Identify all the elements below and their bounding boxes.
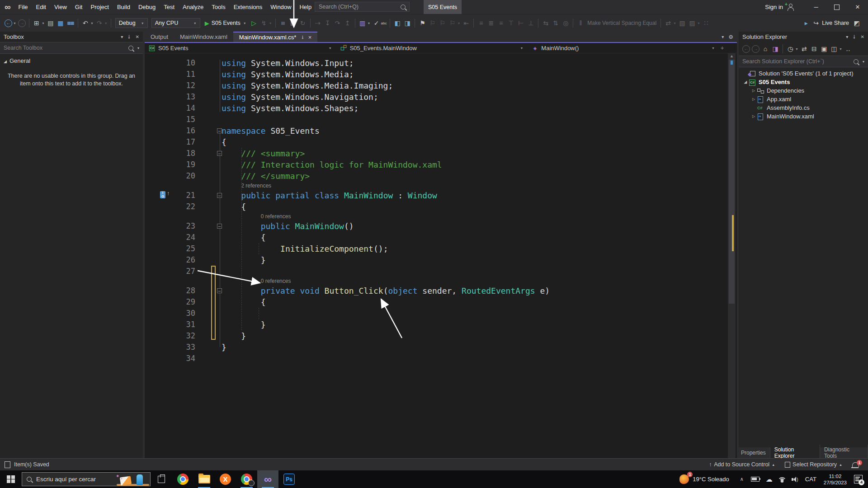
se-pending-changes-filter-icon[interactable]: ◷▼ — [786, 43, 798, 54]
tree-item-app-xaml[interactable]: ▷App.xaml — [739, 95, 868, 103]
code-line[interactable]: 11using System.Windows.Media; — [145, 69, 737, 80]
se-preview-selected-items-icon[interactable]: ◫▼ — [830, 43, 842, 54]
taskbar-app-explorer[interactable] — [193, 470, 215, 488]
code-line[interactable]: 30 — [145, 308, 737, 319]
bookmark-toggle-icon[interactable]: ⚑ — [418, 18, 426, 28]
code-line[interactable]: 14using System.Windows.Shapes; — [145, 103, 737, 114]
menu-debug[interactable]: Debug — [134, 0, 160, 14]
nav-forward-icon[interactable]: → — [18, 18, 26, 28]
clock[interactable]: 11:02 27/9/2023 — [824, 473, 847, 486]
select-repository-button[interactable]: Select Repository ▲ — [785, 461, 842, 468]
tree-item-mainwindow-xaml[interactable]: ▷MainWindow.xaml — [739, 112, 868, 121]
tab-mainwindow-xaml-cs-[interactable]: MainWindow.xaml.cs*⊸× — [233, 32, 317, 42]
close-button[interactable]: ✕ — [847, 0, 868, 14]
user-account-icon[interactable]: + — [787, 4, 794, 10]
code-line[interactable]: 27 — [145, 266, 737, 277]
code-line[interactable]: 33} — [145, 342, 737, 353]
code-line[interactable]: 10using System.Windows.Input; — [145, 57, 737, 69]
code-line[interactable]: 20 /// </summary> — [145, 170, 737, 182]
spell-check-icon[interactable]: ✓abc — [373, 18, 387, 28]
code-line[interactable]: 25 InitializeComponent(); — [145, 243, 737, 254]
inheritance-margin-icon[interactable]: IO — [160, 191, 165, 198]
align-tops-icon[interactable]: ⊤ — [507, 18, 515, 28]
split-window-button[interactable]: ＋ — [719, 44, 725, 52]
redo-icon[interactable]: ↷▼ — [95, 18, 108, 28]
tree-item-s05-events[interactable]: ◢S05 Events — [739, 78, 868, 86]
add-to-source-control-button[interactable]: ↑ Add to Source Control ▲ — [709, 461, 775, 468]
sign-in-button[interactable]: Sign in — [765, 4, 783, 10]
code-line[interactable]: 13using System.Windows.Navigation; — [145, 91, 737, 103]
code-line[interactable]: 18– /// <summary> — [145, 148, 737, 159]
hot-reload-icon[interactable]: ↯▼ — [260, 18, 272, 28]
taskbar-app-photoshop[interactable]: Ps — [278, 470, 300, 488]
taskbar-app-chrome-profile[interactable] — [236, 470, 257, 488]
start-debugging-button[interactable]: ▶S05 Events▼ — [205, 20, 246, 27]
tab-list-dropdown-icon[interactable]: ▾ — [722, 34, 724, 39]
weather-text[interactable]: 19°C Soleado — [693, 476, 729, 483]
fold-collapse-icon[interactable]: – — [217, 288, 222, 293]
toolbox-pin-icon[interactable]: ⊸ — [127, 35, 132, 39]
designer-split-horizontal-icon[interactable]: ◨ — [403, 18, 411, 28]
step-into-icon[interactable]: ↧ — [324, 18, 332, 28]
breadcrumb-project-dropdown[interactable]: S05 Events ▼ — [145, 44, 336, 52]
code-line[interactable]: 12using System.Windows.Media.Imaging; — [145, 80, 737, 91]
volume-icon[interactable]: ) — [792, 477, 799, 482]
fold-collapse-icon[interactable]: – — [217, 151, 222, 156]
align-middles-icon[interactable]: ⊢ — [517, 18, 525, 28]
save-all-icon[interactable]: ▦▦ — [66, 18, 75, 28]
step-over-icon[interactable]: ↷ — [334, 18, 342, 28]
notifications-bell-icon[interactable]: 1 — [852, 462, 859, 467]
breadcrumb-type-dropdown[interactable]: S05_Events.MainWindow ▼ — [336, 44, 528, 52]
designer-split-vertical-icon[interactable]: ◧ — [393, 18, 401, 28]
wifi-icon[interactable] — [778, 476, 786, 482]
tab-close-icon[interactable]: × — [308, 34, 312, 41]
code-line[interactable]: 22 { — [145, 201, 737, 212]
code-line[interactable]: 16–namespace S05_Events — [145, 125, 737, 136]
open-file-icon[interactable]: ▤ — [47, 18, 55, 28]
se-collapse-all-icon[interactable]: ⊟ — [810, 43, 818, 54]
zoom-designer-icon[interactable]: ◎ — [561, 18, 570, 28]
bookmark-clear-icon[interactable]: ⚐▼ — [448, 18, 460, 28]
tabstrip-settings-icon[interactable]: ⚙ — [728, 34, 733, 40]
restart-icon[interactable]: ↻ — [299, 18, 307, 28]
solution-explorer-pin-icon[interactable]: ⊸ — [852, 35, 858, 39]
panel-tab-properties[interactable]: Properties — [737, 448, 770, 458]
code-line[interactable]: 23– public MainWindow() — [145, 221, 737, 232]
menu-tools[interactable]: Tools — [208, 0, 229, 14]
code-line[interactable]: 17{ — [145, 136, 737, 148]
se-overflow-icon[interactable]: ‥ — [844, 43, 852, 54]
code-editor[interactable]: IO ↑ 10using System.Windows.Input;11usin… — [145, 53, 737, 469]
grid-options-icon[interactable]: ▧ — [678, 18, 686, 28]
outline-collapse-icon[interactable]: ⇤ — [462, 18, 470, 28]
menu-help[interactable]: Help — [295, 0, 316, 14]
selection-mode-icon[interactable]: ▸ — [802, 18, 810, 28]
codelens-references[interactable]: 2 references — [145, 182, 737, 190]
menu-window[interactable]: Window — [266, 0, 295, 14]
snap-options-icon[interactable]: ▨▼ — [688, 18, 700, 28]
language-indicator[interactable]: CAT — [805, 476, 816, 483]
se-show-all-files-icon[interactable]: ▣ — [820, 43, 828, 54]
toolbox-group-general[interactable]: ◢General — [0, 54, 143, 65]
toolbox-search-input[interactable]: Search Toolbox ▾ — [0, 42, 143, 54]
spacing-equal-icon-icon[interactable]: ‖ — [576, 18, 585, 28]
bookmark-next-icon[interactable]: ⚐ — [438, 18, 446, 28]
scroll-up-icon[interactable]: ▲ — [728, 54, 736, 58]
code-line[interactable]: 21– public partial class MainWindow : Wi… — [145, 190, 737, 201]
menu-view[interactable]: View — [50, 0, 71, 14]
menu-edit[interactable]: Edit — [32, 0, 50, 14]
tab-mainwindow-xaml[interactable]: MainWindow.xaml — [174, 32, 233, 42]
tree-item-assemblyinfo-cs[interactable]: AssemblyInfo.cs — [739, 103, 868, 112]
solution-platforms-dropdown[interactable]: Any CPU▼ — [151, 18, 200, 28]
minimize-button[interactable]: ─ — [806, 0, 826, 14]
expander-closed-icon[interactable]: ▷ — [750, 97, 757, 101]
toolbar-options-icon[interactable]: ∷ — [702, 18, 710, 28]
expander-closed-icon[interactable]: ▷ — [750, 89, 757, 93]
step-out-icon[interactable]: ↥ — [344, 18, 352, 28]
align-bottoms-icon[interactable]: ⊥ — [527, 18, 535, 28]
taskbar-app-chrome[interactable] — [172, 470, 193, 488]
se-forward-icon[interactable]: → — [752, 43, 760, 54]
stop-debugging-icon[interactable]: ◼ — [289, 18, 297, 28]
menu-extensions[interactable]: Extensions — [230, 0, 267, 14]
battery-icon[interactable] — [751, 477, 760, 482]
breadcrumb-member-dropdown[interactable]: ◈ MainWindow() ▼ — [528, 44, 719, 52]
